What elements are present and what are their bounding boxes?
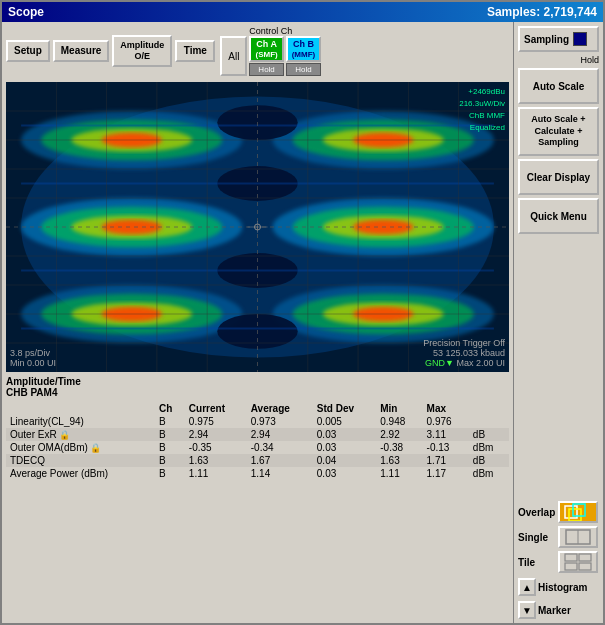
meas-ch: B (155, 428, 185, 441)
meas-average: 0.973 (247, 415, 313, 428)
lock-icon: 🔒 (59, 430, 70, 440)
meas-max: 1.71 (423, 454, 469, 467)
histogram-label: Histogram (538, 582, 587, 593)
time-button[interactable]: Time (175, 40, 215, 62)
ch-buttons: All Ch A(SMF) Hold Ch B(MMF) Hold (220, 36, 321, 76)
meas-current: 2.94 (185, 428, 247, 441)
col-header-min: Min (376, 402, 422, 415)
scope-label-line1: Amplitude/Time (6, 376, 509, 387)
col-header-current: Current (185, 402, 247, 415)
svg-rect-61 (565, 554, 577, 561)
sampling-label: Sampling (524, 34, 569, 45)
ch-a-button[interactable]: Ch A(SMF) (249, 36, 283, 62)
meas-max: 1.17 (423, 467, 469, 480)
meas-min: -0.38 (376, 441, 422, 454)
meas-min: 1.63 (376, 454, 422, 467)
setup-button[interactable]: Setup (6, 40, 50, 62)
meas-ch: B (155, 415, 185, 428)
meas-stddev: 0.04 (313, 454, 376, 467)
meas-name: Outer ExR🔒 (6, 428, 155, 441)
meas-current: 1.63 (185, 454, 247, 467)
left-panel: Setup Measure AmplitudeO/E Time Control … (2, 22, 513, 623)
meas-unit (469, 415, 509, 428)
meas-max: 0.976 (423, 415, 469, 428)
histogram-row: ▲ Histogram (518, 578, 599, 596)
col-header-stddev: Std Dev (313, 402, 376, 415)
auto-scale-button[interactable]: Auto Scale (518, 68, 599, 104)
meas-stddev: 0.005 (313, 415, 376, 428)
meas-average: -0.34 (247, 441, 313, 454)
meas-max: -0.13 (423, 441, 469, 454)
svg-rect-62 (579, 554, 591, 561)
sampling-hold-button[interactable]: Sampling (518, 26, 599, 52)
meas-max: 3.11 (423, 428, 469, 441)
measure-button[interactable]: Measure (53, 40, 110, 62)
tile-label: Tile (518, 557, 556, 568)
scope-label-line2: CHB PAM4 (6, 387, 509, 398)
oscilloscope-display: +2469dBu216.3uW/DivChB MMFEqualized 3.8 … (6, 82, 509, 372)
all-button[interactable]: All (220, 36, 247, 76)
quick-menu-button[interactable]: Quick Menu (518, 198, 599, 234)
amplitude-oe-button[interactable]: AmplitudeO/E (112, 35, 172, 67)
scope-info-bottom-right: Precision Trigger Off53 125.033 kbaudGND… (423, 338, 505, 368)
meas-name: Outer OMA(dBm)🔒 (6, 441, 155, 454)
col-header-name (6, 402, 155, 415)
meas-unit: dBm (469, 441, 509, 454)
meas-unit: dB (469, 428, 509, 441)
single-row: Single (518, 526, 599, 548)
lock-icon: 🔒 (90, 443, 101, 453)
ch-a-hold[interactable]: Hold (249, 63, 283, 76)
control-ch-label: Control Ch (220, 26, 321, 36)
col-header-average: Average (247, 402, 313, 415)
table-row: Outer OMA(dBm)🔒B-0.35-0.340.03-0.38-0.13… (6, 441, 509, 454)
meas-min: 0.948 (376, 415, 422, 428)
overlap-icon[interactable] (558, 501, 598, 523)
meas-stddev: 0.03 (313, 467, 376, 480)
meas-name: TDECQ (6, 454, 155, 467)
table-row: TDECQB1.631.670.041.631.71dB (6, 454, 509, 467)
meas-stddev: 0.03 (313, 441, 376, 454)
hold-label: Hold (518, 55, 599, 65)
meas-ch: B (155, 441, 185, 454)
measurements-table: Ch Current Average Std Dev Min Max Linea… (6, 402, 509, 480)
title-bar: Scope Samples: 2,719,744 (2, 2, 603, 22)
right-panel: Sampling Hold Auto Scale Auto Scale +Cal… (513, 22, 603, 623)
histogram-up-arrow[interactable]: ▲ (518, 578, 536, 596)
meas-current: 0.975 (185, 415, 247, 428)
marker-down-arrow[interactable]: ▼ (518, 601, 536, 619)
table-row: Linearity(CL_94)B0.9750.9730.0050.9480.9… (6, 415, 509, 428)
scope-window: Scope Samples: 2,719,744 Setup Measure A… (0, 0, 605, 625)
overlap-row: Overlap (518, 501, 599, 523)
col-header-max: Max (423, 402, 469, 415)
svg-rect-64 (579, 563, 591, 570)
overlap-label: Overlap (518, 507, 556, 518)
scope-info-top-right: +2469dBu216.3uW/DivChB MMFEqualized (459, 86, 505, 134)
scope-info-bottom-left: 3.8 ps/DivMin 0.00 UI (10, 348, 56, 368)
ch-b-hold[interactable]: Hold (286, 63, 322, 76)
auto-scale-plus-button[interactable]: Auto Scale +Calculate +Sampling (518, 107, 599, 156)
table-row: Outer ExR🔒B2.942.940.032.923.11dB (6, 428, 509, 441)
window-title: Scope (8, 5, 44, 19)
table-row: Average Power (dBm)B1.111.140.031.111.17… (6, 467, 509, 480)
tile-row: Tile (518, 551, 599, 573)
single-icon[interactable] (558, 526, 598, 548)
svg-rect-63 (565, 563, 577, 570)
meas-current: 1.11 (185, 467, 247, 480)
meas-stddev: 0.03 (313, 428, 376, 441)
meas-average: 2.94 (247, 428, 313, 441)
svg-rect-57 (569, 509, 581, 521)
clear-display-button[interactable]: Clear Display (518, 159, 599, 195)
toolbar: Setup Measure AmplitudeO/E Time Control … (2, 22, 513, 80)
meas-current: -0.35 (185, 441, 247, 454)
meas-min: 2.92 (376, 428, 422, 441)
samples-display: Samples: 2,719,744 (487, 5, 597, 19)
col-header-unit (469, 402, 509, 415)
channel-group: Control Ch All Ch A(SMF) Hold Ch B(MMF) … (220, 26, 321, 76)
marker-label: Marker (538, 605, 571, 616)
tile-icon[interactable] (558, 551, 598, 573)
sampling-indicator (573, 32, 587, 46)
marker-row: ▼ Marker (518, 601, 599, 619)
ch-b-button[interactable]: Ch B(MMF) (286, 36, 322, 62)
meas-name: Linearity(CL_94) (6, 415, 155, 428)
meas-average: 1.67 (247, 454, 313, 467)
